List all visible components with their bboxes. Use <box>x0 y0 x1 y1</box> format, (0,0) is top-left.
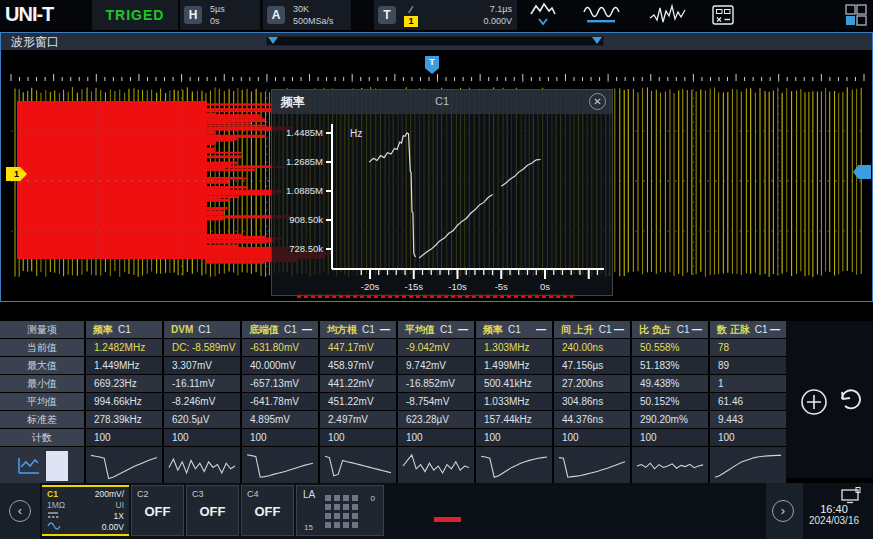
popup-titlebar[interactable]: 频率 C1 ✕ <box>272 90 612 114</box>
trigger-source-badge: 1 <box>404 16 418 27</box>
auto-measure-icon[interactable] <box>520 1 566 29</box>
row-label-计数: 计数 <box>0 429 84 446</box>
measure-header-5[interactable]: 平均值C1— <box>398 321 474 338</box>
display-layout-icon[interactable] <box>841 1 871 29</box>
measure-value-r5-c5: 623.28µV <box>398 411 474 428</box>
measurement-table: 测量项频率C1DVMC1底端值C1—均方根C1—平均值C1—频率C1—间 上升C… <box>0 321 786 485</box>
table-actions <box>786 321 873 478</box>
measure-value-r1-c4: 447.17mV <box>320 339 396 356</box>
close-icon[interactable]: ✕ <box>589 93 606 110</box>
svg-text:1.0885M: 1.0885M <box>286 185 323 196</box>
measure-value-r4-c2: -8.246mV <box>164 393 240 410</box>
signal-analysis-icon[interactable] <box>640 1 696 29</box>
channel-c4-box[interactable]: C4OFF <box>241 485 294 536</box>
measure-value-r6-c2: 100 <box>164 429 240 446</box>
measure-value-r4-c3: -641.78mV <box>242 393 318 410</box>
measure-value-r6-c3: 100 <box>242 429 318 446</box>
measure-value-r3-c8: 49.438% <box>632 375 708 392</box>
oscilloscope-screen: UNI-T TRIGED H 5µs 0s A 30K 500MSa/s T ∕… <box>0 0 873 539</box>
trigger-level: 0.000V <box>483 15 512 27</box>
channel-c2-box[interactable]: C2OFF <box>131 485 184 536</box>
range-left-handle[interactable] <box>268 37 278 44</box>
measure-value-r5-c3: 4.895mV <box>242 411 318 428</box>
date-label: 2024/03/16 <box>798 515 870 526</box>
measure-value-r2-c4: 458.97mV <box>320 357 396 374</box>
add-measure-icon[interactable] <box>802 390 826 414</box>
acquire-key[interactable]: A <box>267 6 285 24</box>
measure-value-r5-c2: 620.5µV <box>164 411 240 428</box>
measure-value-r1-c6: 1.303MHz <box>476 339 552 356</box>
usb-monitor-icon <box>840 487 862 504</box>
measure-value-r4-c9: 61.46 <box>710 393 786 410</box>
measure-value-r3-c9: 1 <box>710 375 786 392</box>
popup-source: C1 <box>272 95 612 107</box>
measure-value-r6-c7: 100 <box>554 429 630 446</box>
measure-value-r6-c4: 100 <box>320 429 396 446</box>
trigger-status-panel: TRIGED <box>92 0 178 30</box>
trigger-slope-icon: ∕ <box>410 4 412 15</box>
svg-text:-10s: -10s <box>448 281 467 292</box>
measure-value-r5-c9: 9.443 <box>710 411 786 428</box>
measure-header-7[interactable]: 间 上升C1— <box>554 321 630 338</box>
trend-selection-box[interactable] <box>46 451 68 481</box>
measure-value-r3-c2: -16.11mV <box>164 375 240 392</box>
waveform-display-area[interactable]: T 1 频率 C1 ✕ 1.4485M1.2685M1.0885M908.50k… <box>1 50 872 301</box>
trend-chart-icon[interactable] <box>17 455 41 477</box>
measure-value-r6-c9: 100 <box>710 429 786 446</box>
time-label: 16:40 <box>798 503 870 515</box>
measure-header-3[interactable]: 底端值C1— <box>242 321 318 338</box>
measure-value-r3-c1: 669.23Hz <box>86 375 162 392</box>
c1-bandwidth: UI <box>116 500 125 511</box>
measure-value-r6-c1: 100 <box>86 429 162 446</box>
measure-header-2[interactable]: DVMC1 <box>164 321 240 338</box>
horizontal-panel[interactable]: H 5µs 0s <box>180 0 260 30</box>
la-label: LA <box>303 489 315 500</box>
row-label-最小值: 最小值 <box>0 375 84 392</box>
measure-value-r6-c5: 100 <box>398 429 474 446</box>
sparkline-c2 <box>164 447 240 485</box>
range-right-handle[interactable] <box>592 37 602 44</box>
waveform-window-title: 波形窗口 <box>11 34 59 51</box>
svg-text:-20s: -20s <box>361 281 380 292</box>
measure-header-1[interactable]: 频率C1 <box>86 321 162 338</box>
frequency-trend-popup[interactable]: 频率 C1 ✕ 1.4485M1.2685M1.0885M908.50k728.… <box>271 89 613 296</box>
sparkline-c4 <box>320 447 396 485</box>
horizontal-key[interactable]: H <box>184 6 202 24</box>
measure-header-6[interactable]: 频率C1— <box>476 321 552 338</box>
logic-analyzer-box[interactable]: LA 0 15 <box>296 485 384 536</box>
measure-value-r6-c6: 100 <box>476 429 552 446</box>
row-label-平均值: 平均值 <box>0 393 84 410</box>
svg-text:Hz: Hz <box>350 128 362 139</box>
measure-value-r5-c4: 2.497mV <box>320 411 396 428</box>
frequency-trend-plot: 1.4485M1.2685M1.0885M908.50k728.50kHz-20… <box>272 114 612 295</box>
reset-statistics-icon[interactable] <box>842 390 860 408</box>
calculator-icon[interactable] <box>700 1 746 29</box>
trend-toggle-cell[interactable] <box>0 447 84 485</box>
c1-vdiv: 200mV/ <box>95 489 124 500</box>
row-label-标准差: 标准差 <box>0 411 84 428</box>
c1-impedance: 1MΩ <box>47 500 65 511</box>
measure-header-8[interactable]: 比 负占C1— <box>632 321 708 338</box>
channel-c3-box[interactable]: C3OFF <box>186 485 239 536</box>
sparkline-c8 <box>632 447 708 485</box>
row-label-当前值: 当前值 <box>0 339 84 356</box>
timebase-value: 5µs <box>210 3 225 15</box>
la-channel-grid <box>325 495 358 528</box>
svg-text:-5s: -5s <box>495 281 508 292</box>
trigger-panel[interactable]: T ∕ 1 7.1µs 0.000V <box>374 0 517 30</box>
measure-header-9[interactable]: 数 正脉C1— <box>710 321 786 338</box>
scroll-right-icon[interactable]: › <box>772 500 794 522</box>
channel-c1-box[interactable]: C1200mV/ 1MΩUI 1X 0.00V <box>42 485 129 536</box>
measure-header-4[interactable]: 均方根C1— <box>320 321 396 338</box>
measure-value-r3-c7: 27.200ns <box>554 375 630 392</box>
measure-value-r6-c8: 100 <box>632 429 708 446</box>
waveform-icon[interactable] <box>572 1 634 29</box>
acquire-panel[interactable]: A 30K 500MSa/s <box>263 0 351 30</box>
c1-offset: 0.00V <box>102 522 124 533</box>
zoom-range-bar[interactable] <box>266 36 604 46</box>
scroll-left-icon[interactable]: ‹ <box>9 500 31 522</box>
trigger-holdoff: 7.1µs <box>490 3 512 15</box>
measure-value-r2-c7: 47.156µs <box>554 357 630 374</box>
trigger-key[interactable]: T <box>378 6 396 24</box>
horizontal-delay: 0s <box>210 15 225 27</box>
